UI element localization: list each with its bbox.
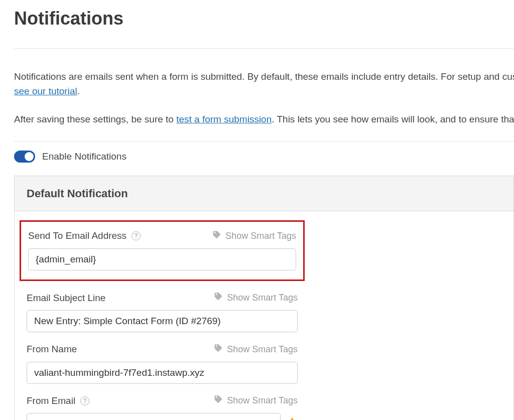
show-smart-tags-button[interactable]: Show Smart Tags bbox=[214, 394, 298, 407]
intro-text: Notifications are emails sent when a for… bbox=[14, 70, 514, 127]
from-email-field: From Email ? Show Smart Tags bbox=[27, 394, 298, 421]
from-email-label: From Email bbox=[27, 394, 75, 408]
from-name-input[interactable] bbox=[27, 362, 298, 384]
panel-title: Default Notification bbox=[27, 185, 501, 202]
enable-notifications-toggle[interactable] bbox=[14, 151, 35, 163]
smart-tags-label: Show Smart Tags bbox=[227, 291, 298, 305]
subject-input[interactable] bbox=[27, 310, 298, 332]
smart-tags-label: Show Smart Tags bbox=[225, 229, 296, 243]
page-title: Notifications bbox=[14, 5, 514, 32]
smart-tags-label: Show Smart Tags bbox=[227, 394, 298, 407]
tag-icon bbox=[214, 291, 223, 305]
from-name-field: From Name Show Smart Tags bbox=[27, 342, 298, 384]
tutorial-link[interactable]: see our tutorial bbox=[14, 86, 77, 96]
divider bbox=[14, 48, 514, 49]
warning-icon[interactable] bbox=[287, 416, 298, 420]
tag-icon bbox=[214, 394, 223, 407]
tag-icon bbox=[214, 343, 223, 356]
default-notification-panel: Default Notification Send To Email Addre… bbox=[14, 176, 514, 420]
intro-line2-text: After saving these settings, be sure to bbox=[14, 114, 176, 124]
tag-icon bbox=[212, 229, 221, 243]
from-email-input[interactable] bbox=[27, 413, 281, 420]
send-to-label: Send To Email Address bbox=[28, 229, 126, 243]
from-name-label: From Name bbox=[27, 342, 77, 357]
test-submission-link[interactable]: test a form submission bbox=[176, 114, 272, 124]
send-to-input[interactable] bbox=[28, 248, 296, 270]
intro-line1-end: . bbox=[77, 86, 80, 96]
intro-line1-text: Notifications are emails sent when a for… bbox=[14, 71, 514, 82]
help-icon[interactable]: ? bbox=[132, 231, 141, 240]
enable-notifications-label: Enable Notifications bbox=[42, 150, 126, 164]
show-smart-tags-button[interactable]: Show Smart Tags bbox=[214, 343, 298, 356]
intro-line2-end: . This lets you see how emails will look… bbox=[272, 114, 514, 124]
show-smart-tags-button[interactable]: Show Smart Tags bbox=[214, 291, 298, 305]
send-to-field: Send To Email Address ? Show Smart Tags bbox=[20, 220, 305, 281]
help-icon[interactable]: ? bbox=[80, 396, 89, 405]
panel-header: Default Notification bbox=[15, 176, 513, 211]
subject-field: Email Subject Line Show Smart Tags bbox=[27, 291, 298, 333]
show-smart-tags-button[interactable]: Show Smart Tags bbox=[212, 229, 296, 243]
subject-label: Email Subject Line bbox=[27, 291, 105, 306]
smart-tags-label: Show Smart Tags bbox=[227, 343, 298, 356]
